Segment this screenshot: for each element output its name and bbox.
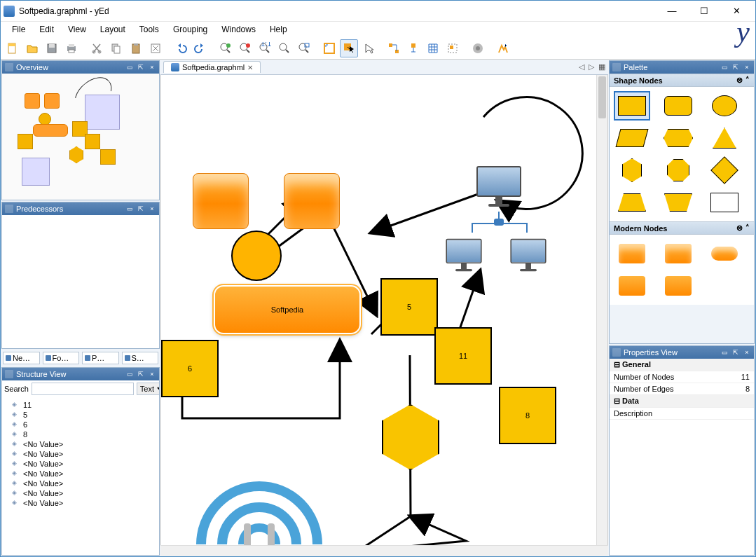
- menu-view[interactable]: View: [62, 23, 92, 36]
- node-gloss-1[interactable]: [193, 173, 249, 229]
- palette-diamond[interactable]: [708, 157, 741, 184]
- palette-hexagon-v[interactable]: [615, 157, 649, 184]
- delete-button[interactable]: [146, 39, 165, 57]
- menu-file[interactable]: File: [6, 23, 31, 36]
- panel-dock-button[interactable]: ▭: [125, 63, 134, 71]
- paste-button[interactable]: [127, 39, 145, 57]
- palette-trapezoid[interactable]: [615, 189, 649, 216]
- minitab-successors[interactable]: S…: [122, 352, 159, 364]
- panel-pin-button[interactable]: ⇱: [731, 63, 740, 71]
- palette-modern-1[interactable]: [615, 240, 649, 267]
- palette-triangle[interactable]: [708, 125, 741, 151]
- overview-panel-header[interactable]: Overview ▭ ⇱ ×: [2, 61, 159, 74]
- collapse-icon[interactable]: ⊗: [736, 224, 743, 233]
- group-button[interactable]: [444, 39, 462, 57]
- menu-help[interactable]: Help: [264, 23, 293, 36]
- node-5[interactable]: 5: [380, 278, 438, 336]
- structure-item[interactable]: <No Value>: [8, 498, 153, 508]
- structure-item[interactable]: 5: [8, 410, 153, 420]
- minitab-folders[interactable]: Fo…: [43, 352, 80, 364]
- orthogonal-button[interactable]: [385, 39, 403, 57]
- panel-close-button[interactable]: ×: [148, 63, 156, 71]
- panel-close-button[interactable]: ×: [148, 370, 156, 378]
- panel-close-button[interactable]: ×: [743, 348, 751, 357]
- open-file-button[interactable]: [23, 39, 41, 57]
- palette-section-shapes[interactable]: Shape Nodes⊗˄: [610, 74, 754, 87]
- node-hexagon[interactable]: [382, 404, 439, 470]
- panel-pin-button[interactable]: ⇱: [137, 370, 145, 378]
- predecessors-panel-header[interactable]: Predecessors ▭ ⇱ ×: [2, 202, 159, 215]
- palette-modern-2[interactable]: [661, 240, 695, 267]
- minitab-neighbors[interactable]: Ne…: [3, 352, 40, 364]
- panel-close-button[interactable]: ×: [148, 205, 156, 213]
- zoom-in-button[interactable]: [217, 39, 235, 57]
- structure-item[interactable]: 8: [8, 429, 153, 439]
- palette-modern-4[interactable]: [615, 273, 649, 299]
- node-softpedia[interactable]: Softpedia: [214, 285, 361, 334]
- minitab-predecessors[interactable]: P…: [82, 352, 119, 364]
- panel-dock-button[interactable]: ▭: [125, 205, 134, 213]
- palette-trapezoid-inv[interactable]: [661, 189, 695, 216]
- palette-none[interactable]: [708, 189, 741, 216]
- zoom-out-button[interactable]: [236, 39, 254, 57]
- menu-edit[interactable]: Edit: [34, 23, 60, 36]
- canvas-scrollbar-horizontal[interactable]: [160, 545, 608, 556]
- chevron-up-icon[interactable]: ˄: [745, 224, 750, 233]
- auto-layout-button[interactable]: [494, 39, 512, 57]
- panel-pin-button[interactable]: ⇱: [137, 63, 145, 71]
- menu-layout[interactable]: Layout: [95, 23, 131, 36]
- palette-section-modern[interactable]: Modern Nodes⊗˄: [610, 221, 754, 235]
- minimize-button[interactable]: —: [656, 1, 688, 22]
- palette-modern-3[interactable]: [708, 240, 741, 267]
- node-wifi[interactable]: [189, 467, 329, 545]
- palette-ellipse[interactable]: [708, 92, 741, 119]
- graph-canvas[interactable]: Softpedia 6 5 11 8: [160, 75, 608, 545]
- structure-item[interactable]: 11: [8, 400, 153, 410]
- prop-group-general[interactable]: ⊟General: [610, 359, 754, 371]
- print-button[interactable]: [62, 39, 81, 57]
- palette-hexagon-h[interactable]: [661, 125, 695, 151]
- grid-button[interactable]: [424, 39, 442, 57]
- panel-dock-button[interactable]: ▭: [720, 63, 729, 71]
- panel-pin-button[interactable]: ⇱: [137, 205, 145, 213]
- overview-minimap[interactable]: [2, 74, 159, 200]
- snap-button[interactable]: [404, 39, 422, 57]
- tab-prev-button[interactable]: ◁: [579, 62, 584, 71]
- previous-layout-button[interactable]: [469, 39, 487, 57]
- tab-close-button[interactable]: ✕: [247, 64, 253, 71]
- collapse-icon[interactable]: ⊗: [736, 76, 743, 85]
- zoom-100-button[interactable]: 1:1: [256, 39, 274, 57]
- zoom-selection-button[interactable]: [295, 39, 313, 57]
- nav-mode-button[interactable]: [359, 39, 378, 57]
- panel-dock-button[interactable]: ▭: [720, 348, 729, 357]
- node-network-top[interactable]: [476, 166, 521, 207]
- palette-parallelogram[interactable]: [615, 125, 649, 151]
- prop-row[interactable]: Description: [610, 408, 754, 420]
- prop-group-data[interactable]: ⊟Data: [610, 395, 754, 408]
- menu-grouping[interactable]: Grouping: [167, 23, 213, 36]
- panel-close-button[interactable]: ×: [743, 63, 751, 71]
- structure-item[interactable]: <No Value>: [8, 488, 153, 498]
- zoom-fit-button[interactable]: [275, 39, 294, 57]
- palette-octagon[interactable]: [661, 157, 695, 184]
- undo-button[interactable]: [172, 39, 190, 57]
- structure-item[interactable]: 6: [8, 420, 153, 429]
- fit-content-button[interactable]: [320, 39, 338, 57]
- node-circle[interactable]: [231, 231, 282, 281]
- panel-dock-button[interactable]: ▭: [125, 370, 134, 378]
- maximize-button[interactable]: ☐: [688, 1, 720, 22]
- structure-panel-header[interactable]: Structure View ▭ ⇱ ×: [2, 368, 159, 380]
- node-gloss-2[interactable]: [284, 173, 340, 229]
- menu-tools[interactable]: Tools: [134, 23, 165, 36]
- structure-tree[interactable]: 11 5 6 8 <No Value> <No Value> <No Value…: [2, 397, 159, 511]
- structure-item[interactable]: <No Value>: [8, 459, 153, 469]
- tab-next-button[interactable]: ▷: [589, 62, 594, 71]
- node-network-right[interactable]: [510, 239, 546, 271]
- canvas-scrollbar-vertical[interactable]: [596, 75, 607, 545]
- structure-search-input[interactable]: [32, 383, 134, 395]
- structure-item[interactable]: <No Value>: [8, 469, 153, 479]
- structure-item[interactable]: <No Value>: [8, 449, 153, 459]
- structure-item[interactable]: <No Value>: [8, 439, 153, 449]
- node-network-left[interactable]: [446, 239, 481, 271]
- cut-button[interactable]: [88, 39, 106, 57]
